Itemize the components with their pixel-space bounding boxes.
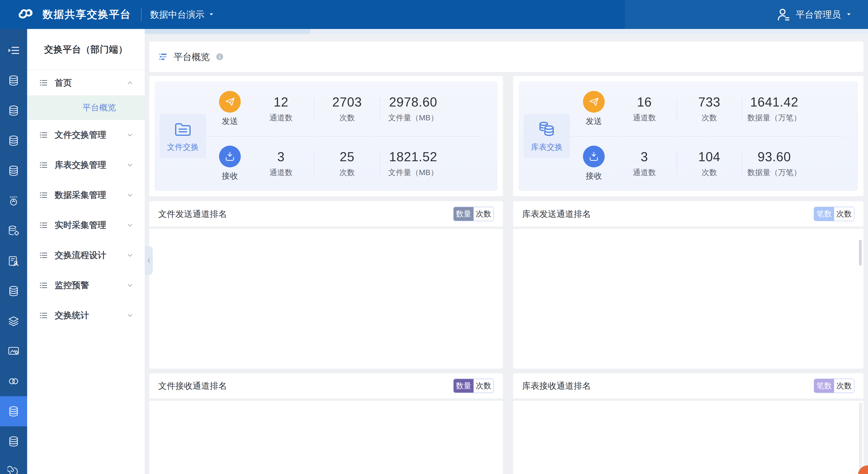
- send-icon: [224, 96, 236, 108]
- toggle-option-次数[interactable]: 次数: [834, 379, 854, 393]
- rail-item-13[interactable]: [0, 426, 27, 456]
- database-icon: [7, 105, 20, 117]
- user-name: 平台管理员: [796, 8, 841, 21]
- card-divider-band: [513, 398, 864, 401]
- database-icon: [7, 165, 20, 177]
- metric-次数: 2703次数: [314, 94, 380, 123]
- page-title-bar: 平台概览: [149, 41, 864, 72]
- sidebar-item-监控预警[interactable]: 监控预警: [27, 270, 145, 300]
- direction-col: 发送: [212, 91, 248, 127]
- direction-col: 发送: [576, 91, 612, 127]
- header-divider: [141, 8, 142, 21]
- rail-item-10[interactable]: [0, 336, 27, 366]
- card-divider-band: [513, 227, 864, 229]
- top-strip: [145, 29, 868, 34]
- workspace-dropdown[interactable]: 数据中台演示: [150, 8, 214, 21]
- toggle-option-笔数[interactable]: 笔数: [814, 207, 834, 221]
- sidebar-menu: 首页平台概览文件交换管理库表交换管理数据采集管理实时采集管理交换流程设计监控预警…: [27, 70, 145, 330]
- rail-item-8[interactable]: [0, 276, 27, 306]
- metric-label: 次数: [677, 167, 741, 178]
- metric-value: 12: [248, 94, 314, 110]
- metric-通道数: 16通道数: [612, 94, 677, 123]
- monitor-gear-icon: [7, 345, 20, 357]
- direction-label: 接收: [222, 171, 238, 182]
- rail-item-3[interactable]: [0, 125, 27, 156]
- metric-次数: 733次数: [677, 94, 741, 123]
- rail-item-11[interactable]: [0, 366, 27, 396]
- user-icon: [776, 7, 791, 22]
- rail-item-5[interactable]: [0, 186, 27, 216]
- rail-item-4[interactable]: [0, 156, 27, 186]
- rail-item-7[interactable]: [0, 246, 27, 276]
- rail-item-0[interactable]: [0, 35, 27, 65]
- chevron-up-icon: [126, 79, 134, 87]
- sidebar-collapse-handle[interactable]: [145, 246, 153, 275]
- sidebar-item-label: 实时采集管理: [55, 219, 126, 231]
- stat-row-接收: 接收3通道数25次数1821.52文件量（MB）: [212, 136, 498, 191]
- rail-item-6[interactable]: [0, 216, 27, 246]
- metric-数据量（万笔）: 1641.42数据量（万笔）: [742, 94, 807, 123]
- chevron-down-icon: [126, 282, 134, 289]
- ranking-header: 文件发送通道排名数量次数: [149, 201, 503, 227]
- metric-value: 733: [677, 94, 741, 110]
- toggle-option-次数[interactable]: 次数: [473, 379, 493, 393]
- toggle-option-笔数[interactable]: 笔数: [814, 379, 834, 393]
- metric-label: 通道数: [248, 113, 314, 123]
- toggle-option-数量[interactable]: 数量: [454, 379, 473, 393]
- sidebar-subitem-平台概览[interactable]: 平台概览: [27, 95, 145, 120]
- toggle-option-次数[interactable]: 次数: [834, 207, 854, 221]
- list-icon: [39, 160, 48, 170]
- user-menu[interactable]: 平台管理员: [776, 7, 852, 22]
- toggle-option-次数[interactable]: 次数: [473, 207, 493, 221]
- ranking-card-文件发送通道排名: 文件发送通道排名数量次数: [149, 201, 503, 368]
- chain-icon: [7, 375, 20, 387]
- ranking-row-2: 文件接收通道排名数量次数库表接收通道排名笔数次数: [149, 373, 864, 474]
- toggle-option-数量[interactable]: 数量: [454, 207, 473, 221]
- folder-icon: [174, 120, 192, 138]
- list-icon: [39, 251, 48, 260]
- sidebar-subitem-label: 平台概览: [83, 102, 134, 113]
- stat-row-发送: 发送12通道数2703次数2978.60文件量（MB）: [212, 81, 498, 136]
- ranking-title: 库表发送通道排名: [522, 208, 591, 220]
- card-divider-band: [149, 398, 503, 401]
- metric-value: 1641.42: [742, 94, 807, 110]
- send-circle: [583, 91, 604, 113]
- sidebar-item-文件交换管理[interactable]: 文件交换管理: [27, 120, 145, 150]
- ranking-card-库表接收通道排名: 库表接收通道排名笔数次数: [513, 373, 864, 474]
- list-icon: [39, 190, 48, 200]
- sidebar-item-交换流程设计[interactable]: 交换流程设计: [27, 240, 145, 270]
- caret-down-icon: [209, 11, 214, 18]
- sidebar-item-首页[interactable]: 首页: [27, 70, 145, 95]
- list-icon: [39, 78, 48, 87]
- sidebar-item-label: 库表交换管理: [55, 159, 126, 171]
- page-title: 平台概览: [174, 51, 210, 63]
- rail-item-14[interactable]: [0, 456, 27, 474]
- sidebar-item-数据采集管理[interactable]: 数据采集管理: [27, 180, 145, 210]
- receive-icon: [224, 151, 236, 162]
- rail-item-12[interactable]: [0, 396, 27, 426]
- metric-通道数: 12通道数: [248, 94, 314, 123]
- layers-icon: [7, 315, 20, 327]
- metric-label: 文件量（MB）: [380, 167, 446, 178]
- rail-item-1[interactable]: [0, 65, 27, 95]
- metrics: 16通道数733次数1641.42数据量（万笔）: [612, 94, 807, 123]
- database-icon: [7, 75, 20, 87]
- scrollbar-thumb[interactable]: [859, 240, 862, 266]
- sidebar-item-交换统计[interactable]: 交换统计: [27, 300, 145, 330]
- sidebar-item-库表交换管理[interactable]: 库表交换管理: [27, 150, 145, 180]
- receive-icon: [588, 151, 600, 162]
- ranking-title: 文件发送通道排名: [158, 208, 227, 220]
- list-icon: [39, 311, 48, 320]
- rail-item-9[interactable]: [0, 306, 27, 336]
- rail-item-2[interactable]: [0, 95, 27, 125]
- workspace-label: 数据中台演示: [150, 8, 204, 21]
- database-icon: [7, 435, 20, 448]
- stat-panel: 库表交换发送16通道数733次数1641.42数据量（万笔）接收3通道数104次…: [519, 81, 858, 191]
- metric-label: 次数: [314, 167, 380, 178]
- metric-文件量（MB）: 2978.60文件量（MB）: [380, 94, 446, 123]
- list-icon: [39, 130, 48, 140]
- info-icon[interactable]: [216, 53, 224, 61]
- metric-label: 文件量（MB）: [380, 113, 446, 123]
- sidebar-item-实时采集管理[interactable]: 实时采集管理: [27, 210, 145, 240]
- sidebar-item-label: 文件交换管理: [55, 129, 126, 141]
